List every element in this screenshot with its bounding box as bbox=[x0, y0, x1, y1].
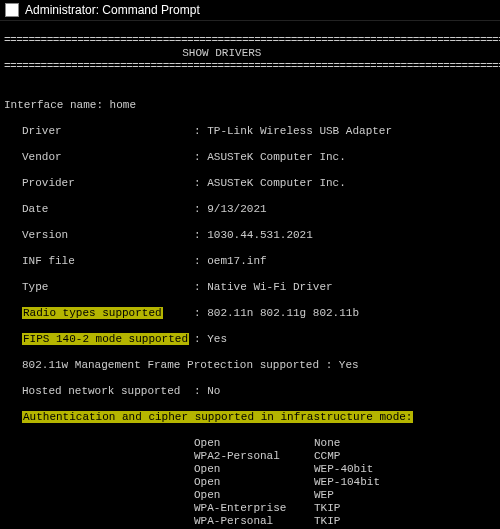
window-titlebar[interactable]: Administrator: Command Prompt bbox=[0, 0, 500, 21]
cipher-row: WPA-PersonalTKIP bbox=[4, 515, 496, 528]
field-pmf: 802.11w Management Frame Protection supp… bbox=[4, 359, 496, 372]
cipher-row: WPA2-PersonalCCMP bbox=[4, 450, 496, 463]
cipher-row: OpenNone bbox=[4, 437, 496, 450]
separator-bottom: ========================================… bbox=[4, 60, 500, 72]
field-driver: Driver: TP-Link Wireless USB Adapter bbox=[4, 125, 496, 138]
field-version: Version: 1030.44.531.2021 bbox=[4, 229, 496, 242]
section-header: SHOW DRIVERS bbox=[4, 47, 261, 59]
field-radio: Radio types supported: 802.11n 802.11g 8… bbox=[4, 307, 496, 320]
field-vendor: Vendor: ASUSTeK Computer Inc. bbox=[4, 151, 496, 164]
window-title: Administrator: Command Prompt bbox=[25, 3, 200, 17]
cipher-row: OpenWEP-104bit bbox=[4, 476, 496, 489]
interface-name: Interface name: home bbox=[4, 99, 136, 111]
cipher-row: OpenWEP bbox=[4, 489, 496, 502]
field-provider: Provider: ASUSTeK Computer Inc. bbox=[4, 177, 496, 190]
field-fips: FIPS 140-2 mode supported : Yes bbox=[4, 333, 496, 346]
field-hosted: Hosted network supported : No bbox=[4, 385, 496, 398]
field-date: Date: 9/13/2021 bbox=[4, 203, 496, 216]
field-auth-header: Authentication and cipher supported in i… bbox=[4, 411, 496, 424]
terminal-content: ========================================… bbox=[0, 21, 500, 529]
cipher-row: WPA-EnterpriseTKIP bbox=[4, 502, 496, 515]
cipher-list: OpenNoneWPA2-PersonalCCMPOpenWEP-40bitOp… bbox=[4, 437, 496, 529]
app-icon bbox=[5, 3, 19, 17]
field-inf: INF file: oem17.inf bbox=[4, 255, 496, 268]
field-type: Type: Native Wi-Fi Driver bbox=[4, 281, 496, 294]
cipher-row: OpenWEP-40bit bbox=[4, 463, 496, 476]
separator-top: ========================================… bbox=[4, 34, 500, 46]
